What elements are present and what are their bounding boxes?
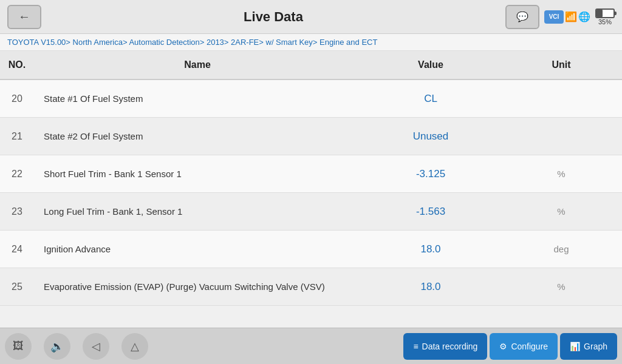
cell-no: 24: [0, 238, 34, 261]
header: ← Live Data 💬 VCI 📶 🌐 35%: [0, 0, 622, 34]
cell-unit: %: [501, 275, 622, 298]
battery-fill: [596, 10, 603, 17]
breadcrumb: TOYOTA V15.00> North America> Automatic …: [0, 34, 622, 51]
bottom-left-controls: 🖼 🔈 ◁ △: [5, 333, 148, 360]
back-arrow-icon: ←: [18, 10, 30, 24]
col-header-value: Value: [361, 57, 501, 73]
data-recording-button[interactable]: ≡ Data recording: [403, 333, 487, 360]
cell-value: 18.0: [361, 237, 501, 261]
table-row[interactable]: 22Short Fuel Trim - Bank 1 Sensor 1-3.12…: [0, 155, 622, 193]
graph-icon: 📊: [570, 342, 580, 351]
volume-button[interactable]: 🔈: [44, 333, 70, 360]
cell-unit: %: [501, 200, 622, 223]
cell-no: 25: [0, 275, 34, 298]
cell-name: State #1 Of Fuel System: [34, 87, 361, 110]
back-nav-icon: ◁: [92, 340, 100, 353]
wifi-icon: 📶: [565, 11, 577, 22]
graph-label: Graph: [584, 342, 607, 351]
cell-value: Unused: [361, 124, 501, 149]
vci-icon: VCI: [544, 10, 564, 24]
cell-name: State #2 Of Fuel System: [34, 125, 361, 147]
cell-no: 23: [0, 200, 34, 223]
cell-name: Long Fuel Trim - Bank 1, Sensor 1: [34, 200, 361, 223]
page-title: Live Data: [41, 9, 505, 25]
breadcrumb-text: TOYOTA V15.00> North America> Automatic …: [7, 38, 377, 47]
cell-value: 18.0: [361, 275, 501, 299]
bottom-nav: 🖼 🔈 ◁ △ ≡ Data recording ⚙ Configure 📊 G…: [0, 328, 622, 364]
message-icon: 💬: [516, 11, 528, 22]
graph-button[interactable]: 📊 Graph: [560, 333, 617, 360]
cell-unit: %: [501, 163, 622, 185]
table-row[interactable]: 25Evaporative Emission (EVAP) (Purge) Va…: [0, 268, 622, 306]
globe-icon: 🌐: [578, 11, 590, 22]
message-button[interactable]: 💬: [505, 5, 539, 29]
header-right-controls: 💬 VCI 📶 🌐 35%: [505, 5, 615, 29]
cell-unit: deg: [501, 238, 622, 260]
table-row[interactable]: 24Ignition Advance18.0deg: [0, 231, 622, 268]
image-icon: 🖼: [13, 340, 24, 352]
configure-label: Configure: [511, 342, 548, 351]
cell-no: 21: [0, 125, 34, 148]
home-button[interactable]: △: [121, 333, 148, 360]
cell-value: CL: [361, 87, 501, 111]
cell-name: Ignition Advance: [34, 238, 361, 260]
table-row[interactable]: 23Long Fuel Trim - Bank 1, Sensor 1-1.56…: [0, 193, 622, 231]
table-header: NO. Name Value Unit: [0, 51, 622, 80]
home-icon: △: [131, 340, 139, 353]
cell-name: Short Fuel Trim - Bank 1 Sensor 1: [34, 163, 361, 185]
col-header-no: NO.: [0, 57, 34, 73]
back-nav-button[interactable]: ◁: [83, 333, 109, 360]
cell-value: -3.125: [361, 162, 501, 186]
data-recording-icon: ≡: [413, 342, 418, 351]
data-recording-label: Data recording: [422, 342, 478, 351]
battery-indicator: 35%: [595, 8, 615, 25]
configure-icon: ⚙: [499, 342, 507, 351]
image-button[interactable]: 🖼: [5, 333, 32, 360]
vci-status: VCI 📶 🌐: [544, 10, 590, 24]
cell-no: 22: [0, 163, 34, 186]
battery-bar: [595, 8, 615, 18]
cell-value: -1.563: [361, 200, 501, 224]
table-row[interactable]: 21State #2 Of Fuel SystemUnused: [0, 118, 622, 155]
battery-percent: 35%: [598, 18, 612, 25]
col-header-unit: Unit: [501, 57, 622, 73]
volume-icon: 🔈: [50, 340, 64, 353]
back-button[interactable]: ←: [7, 5, 41, 29]
table-body: 20State #1 Of Fuel SystemCL21State #2 Of…: [0, 80, 622, 328]
col-header-name: Name: [34, 57, 361, 73]
cell-unit: [501, 93, 622, 105]
cell-name: Evaporative Emission (EVAP) (Purge) Vacu…: [34, 275, 361, 298]
bottom-right-controls: ≡ Data recording ⚙ Configure 📊 Graph: [403, 333, 617, 360]
table-row[interactable]: 20State #1 Of Fuel SystemCL: [0, 80, 622, 118]
cell-no: 20: [0, 87, 34, 110]
configure-button[interactable]: ⚙ Configure: [490, 333, 558, 360]
cell-unit: [501, 130, 622, 143]
